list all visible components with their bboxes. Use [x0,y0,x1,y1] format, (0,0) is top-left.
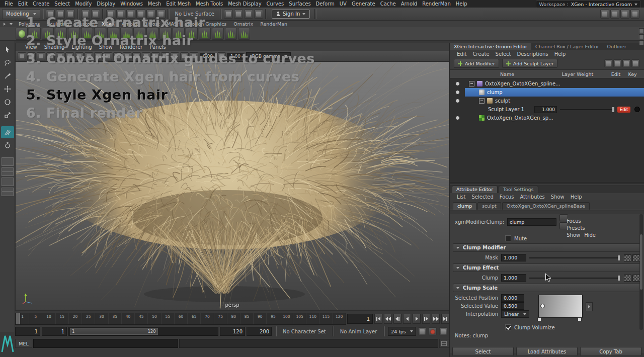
show-ui-elements-icon[interactable] [639,34,644,39]
select-tool-icon[interactable] [1,44,14,56]
layout-persp-outliner-icon[interactable] [2,188,14,196]
step-forward-key-button[interactable] [432,314,440,324]
tree-row-clump[interactable]: clump [450,88,644,97]
groom-menu-item[interactable]: Descriptions [514,51,551,57]
menubar-item[interactable]: Edit Mesh [164,0,193,8]
attribute-editor-menu-item[interactable]: Selected [468,194,496,200]
attribute-editor-menu-item[interactable]: Focus [497,194,517,200]
attribute-editor-menu-item[interactable]: Attributes [517,194,547,200]
clump-volumize-checkbox[interactable] [505,324,511,330]
selected-position-field[interactable]: 0.000 [501,294,524,302]
ramp-point-handle[interactable] [540,304,545,308]
tree-row-sculpt[interactable]: sculpt [450,97,644,105]
visibility-dot-icon[interactable] [455,116,460,120]
mask-slider[interactable] [529,255,620,261]
script-editor-button[interactable] [439,339,449,348]
groom-brush-tool-icon[interactable] [1,126,14,138]
animation-start-field[interactable]: 1 [15,327,40,336]
menubar-item[interactable]: Mesh Display [225,0,264,8]
rotate-tool-icon[interactable] [1,96,14,108]
motion-blur-icon[interactable] [142,52,150,60]
layout-two-pane-icon[interactable] [2,177,14,186]
slider-handle[interactable] [618,276,620,281]
playback-start-field[interactable]: 1 [42,327,67,336]
interpolation-dropdown[interactable]: Linear [501,310,529,318]
xgen-guides-icon[interactable] [42,28,54,40]
viewport-canvas[interactable] [16,62,449,310]
xgen-cut-brush-icon[interactable] [120,28,132,40]
menubar-item[interactable]: Modify [72,0,94,8]
sculpt-grab-tool-icon[interactable] [1,139,14,151]
shelf-tab[interactable]: Polygons [15,21,43,27]
node-tab[interactable]: OxtoXgen_OxtoXGen_splineBase [502,202,590,210]
colorspace-dropdown[interactable]: sRGB gamma [246,52,291,60]
lock-camera-icon[interactable] [27,52,36,60]
move-tool-icon[interactable] [1,83,14,95]
shelf-tab[interactable]: XGen [98,21,118,27]
xgen-part-brush-icon[interactable] [186,28,198,40]
step-forward-frame-button[interactable] [422,314,430,324]
camera-attributes-icon[interactable] [37,52,45,60]
sidebar-tab[interactable]: Channel Box / Layer Editor [531,43,603,50]
animation-end-field[interactable]: 200 [247,327,272,336]
menubar-item[interactable]: Arnold [398,0,420,8]
viewport-menu-item[interactable]: View [22,44,41,50]
attribute-editor-menu-item[interactable]: List [454,194,468,200]
menubar-item[interactable]: Mesh Tools [193,0,225,8]
attribute-editor-menu-item[interactable]: Help [568,194,585,200]
snap-to-point-icon[interactable] [126,10,135,19]
add-modifier-button[interactable]: Add Modifier [454,59,499,68]
bookmarks-icon[interactable] [46,52,55,60]
gamma-field[interactable]: 1.00 [227,53,244,60]
map-button-icon[interactable] [624,254,631,261]
menubar-item[interactable]: UV [337,0,349,8]
sidebar-tab[interactable]: XGen Interactive Groom Editor [450,43,531,50]
clump-field[interactable]: 1.000 [501,274,526,282]
groom-menu-item[interactable]: Edit [454,51,469,57]
section-clump-scale[interactable]: Clump Scale [453,284,641,292]
menubar-item[interactable]: Generate [349,0,378,8]
section-clump-effect[interactable]: Clump Effect [453,263,641,272]
shelf-tab[interactable]: Ornatrix [230,21,257,27]
xgen-description-icon[interactable] [16,28,28,40]
shelf-tab[interactable]: Arnold [118,21,141,27]
fps-dropdown[interactable]: 24 fps [388,327,416,336]
snap-to-grid-icon[interactable] [106,10,115,19]
xray-icon[interactable] [180,52,189,60]
sidebar-tab[interactable]: Outliner [603,43,630,50]
select-camera-icon[interactable] [18,52,26,60]
presets-button[interactable]: Presets [567,225,596,231]
footer-button[interactable]: Select [452,347,514,356]
auto-keyframe-icon[interactable] [429,327,437,335]
groom-menu-item[interactable]: Create [469,51,492,57]
open-scene-icon[interactable] [56,10,65,19]
render-view-icon[interactable] [224,10,233,19]
screen-space-ao-icon[interactable] [132,52,141,60]
scrollbar-thumb[interactable] [640,234,642,290]
node-tab[interactable]: clump [453,202,476,210]
depth-of-field-icon[interactable] [161,52,170,60]
multisample-aa-icon[interactable] [151,52,160,60]
layout-four-pane-icon[interactable] [2,167,14,176]
xgen-interactive-groom-icon[interactable] [29,28,41,40]
range-slider[interactable]: 1 120 [68,327,218,336]
snap-to-curve-icon[interactable] [116,10,125,19]
xgen-sculpt-layer-icon[interactable] [212,28,224,40]
viewport-menu-item[interactable]: Renderer [116,44,146,50]
snap-to-view-plane-icon[interactable] [146,10,155,19]
paint-select-tool-icon[interactable] [1,70,14,82]
xgen-modifier-icon[interactable] [225,28,237,40]
delete-icon[interactable] [631,59,639,67]
visibility-dot-icon[interactable] [455,81,460,86]
edit-layer-button[interactable]: Edit [617,107,630,113]
shelf-tab[interactable]: RenderMan [257,21,291,27]
xgen-noise-brush-icon[interactable] [107,28,119,40]
restore-ui-icon[interactable] [639,40,644,45]
step-back-frame-button[interactable] [393,314,401,324]
ipr-render-icon[interactable] [234,10,243,19]
visibility-dot-icon[interactable] [455,90,460,95]
attribute-editor-menu-item[interactable]: Show [548,194,568,200]
attribute-editor-tab[interactable]: Tool Settings [499,186,538,193]
timeline-track[interactable]: 1510152025303540455055606570758085909510… [15,313,346,325]
menubar-item[interactable]: Edit [16,0,30,8]
